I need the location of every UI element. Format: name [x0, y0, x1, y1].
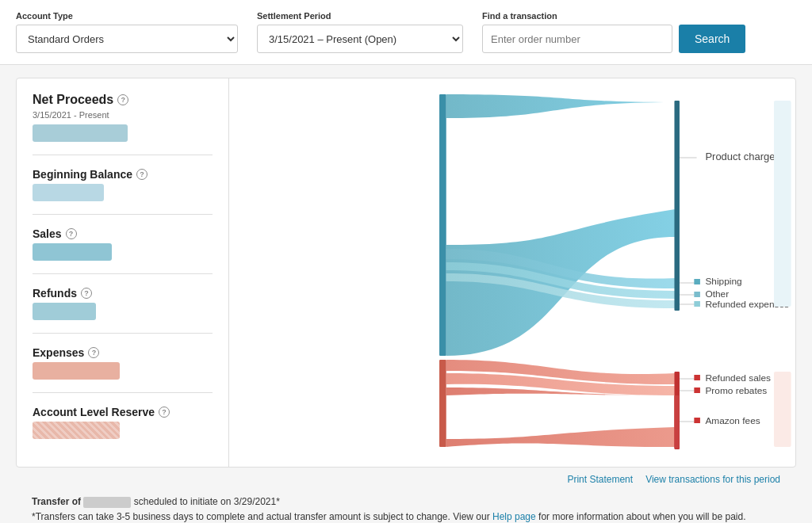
- transfer-note: *Transfers can take 3-5 business days to…: [32, 510, 780, 523]
- divider-2: [33, 214, 213, 215]
- net-proceeds-bar: [33, 124, 128, 142]
- bottom-actions: Print Statement View transactions for th…: [16, 468, 796, 488]
- account-type-select[interactable]: Standard Orders: [16, 25, 238, 53]
- find-transaction-row: Search: [482, 25, 745, 53]
- account-level-reserve-help-icon[interactable]: ?: [159, 407, 170, 418]
- sankey-chart-area: Product charges Shipping Other Refunded …: [229, 78, 795, 467]
- refunds-title: Refunds ?: [33, 287, 213, 300]
- help-page-link[interactable]: Help page: [492, 511, 536, 522]
- account-level-reserve-bar: [33, 422, 120, 439]
- divider-3: [33, 273, 213, 274]
- other-legend-square: [694, 292, 700, 297]
- expenses-title: Expenses ?: [33, 346, 213, 359]
- transfer-prefix: Transfer of: [32, 496, 81, 507]
- search-button[interactable]: Search: [679, 25, 745, 53]
- refunds-bar: [33, 303, 96, 320]
- account-level-reserve-item: Account Level Reserve ?: [33, 406, 213, 439]
- expenses-item: Expenses ?: [33, 346, 213, 380]
- find-transaction-label: Find a transaction: [482, 11, 745, 21]
- product-charges-label: Product charges: [705, 151, 780, 162]
- note-suffix: for more information about when you will…: [538, 511, 745, 522]
- main-content: Net Proceeds ? 3/15/2021 - Present Begin…: [0, 65, 812, 523]
- refunds-help-icon[interactable]: ?: [81, 288, 92, 299]
- beginning-balance-item: Beginning Balance ?: [33, 168, 213, 201]
- beginning-balance-title: Beginning Balance ?: [33, 168, 213, 181]
- amazon-fees-label: Amazon fees: [705, 416, 760, 426]
- amazon-fees-flow: [446, 387, 676, 447]
- divider-1: [33, 155, 213, 155]
- expenses-help-icon[interactable]: ?: [88, 347, 99, 358]
- print-statement-link[interactable]: Print Statement: [567, 474, 633, 485]
- shipping-legend-square: [694, 279, 700, 284]
- refunded-sales-label: Refunded sales: [705, 373, 771, 383]
- top-bar: Account Type Standard Orders Settlement …: [0, 0, 812, 65]
- sankey-svg: Product charges Shipping Other Refunded …: [229, 78, 795, 467]
- left-salmon-node: [439, 360, 446, 447]
- settlement-period-group: Settlement Period 3/15/2021 – Present (O…: [257, 11, 463, 53]
- refunded-expenses-legend-square: [694, 301, 700, 307]
- sales-bar: [33, 243, 112, 261]
- chart-container: Net Proceeds ? 3/15/2021 - Present Begin…: [16, 78, 796, 468]
- settlement-period-label: Settlement Period: [257, 11, 463, 21]
- sales-help-icon[interactable]: ?: [66, 228, 77, 239]
- transfer-suffix: scheduled to initiate on 3/29/2021*: [134, 496, 280, 507]
- right-blue-total-bar: [774, 101, 791, 307]
- divider-5: [33, 392, 213, 393]
- net-proceeds-help-icon[interactable]: ?: [117, 94, 128, 105]
- net-proceeds-date: 3/15/2021 - Present: [33, 110, 213, 120]
- account-type-group: Account Type Standard Orders: [16, 11, 238, 53]
- refunded-sales-legend-square: [694, 375, 700, 380]
- transfer-line: Transfer of scheduled to initiate on 3/2…: [32, 494, 780, 510]
- settlement-period-select[interactable]: 3/15/2021 – Present (Open): [257, 25, 463, 53]
- product-charges-flow: [446, 94, 676, 356]
- expenses-bar: [33, 362, 120, 380]
- beginning-balance-bar: [33, 184, 104, 201]
- left-panel: Net Proceeds ? 3/15/2021 - Present Begin…: [17, 78, 229, 467]
- footer-text: Transfer of scheduled to initiate on 3/2…: [16, 488, 796, 523]
- sales-title: Sales ?: [33, 227, 213, 240]
- amazon-fees-legend-square: [694, 418, 700, 423]
- promo-rebates-label: Promo rebates: [705, 386, 767, 395]
- account-type-label: Account Type: [16, 11, 238, 21]
- transfer-amount-redacted: [83, 497, 131, 508]
- shipping-label: Shipping: [705, 277, 741, 286]
- net-proceeds-item: Net Proceeds ? 3/15/2021 - Present: [33, 93, 213, 142]
- divider-4: [33, 333, 213, 334]
- sales-item: Sales ?: [33, 227, 213, 261]
- view-transactions-link[interactable]: View transactions for this period: [645, 474, 780, 485]
- left-node-bar: [439, 94, 446, 356]
- beginning-balance-help-icon[interactable]: ?: [136, 169, 147, 180]
- account-level-reserve-title: Account Level Reserve ?: [33, 406, 213, 418]
- find-transaction-group: Find a transaction Search: [482, 11, 745, 53]
- right-blue-node: [674, 101, 679, 311]
- order-number-input[interactable]: [482, 25, 672, 53]
- promo-rebates-legend-square: [694, 387, 700, 393]
- right-salmon-total-bar: [774, 372, 791, 447]
- other-label: Other: [705, 289, 729, 299]
- right-red-node-2: [674, 395, 679, 449]
- net-proceeds-title: Net Proceeds ?: [33, 93, 213, 107]
- note-text: *Transfers can take 3-5 business days to…: [32, 511, 490, 522]
- refunds-item: Refunds ?: [33, 287, 213, 320]
